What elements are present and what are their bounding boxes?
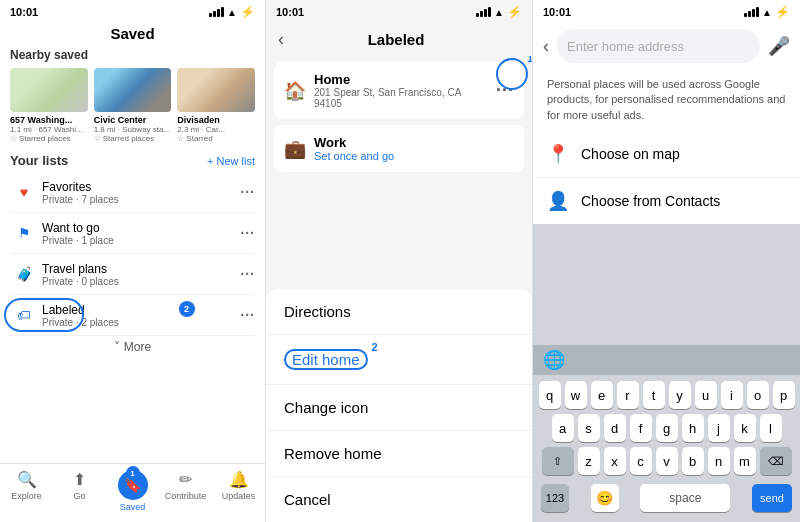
mic-icon[interactable]: 🎤 <box>768 35 790 57</box>
keyboard-rows: q w e r t y u i o p a s d f g h j k <box>533 375 800 522</box>
lists-header: Your lists + New list <box>10 153 255 168</box>
bottom-sheet: Directions Edit home 2 Change icon Remov… <box>266 289 532 522</box>
back-button-3[interactable]: ‹ <box>543 36 549 57</box>
more-lists-button[interactable]: ˅ More <box>10 336 255 358</box>
nav-go[interactable]: ⬆ Go <box>53 470 106 512</box>
list-item-favorites[interactable]: ♥ Favorites Private · 7 places ··· <box>10 172 255 213</box>
nav-saved[interactable]: 1 🔖 Saved <box>106 470 159 512</box>
backspace-key[interactable]: ⌫ <box>760 447 792 475</box>
more-dots-home[interactable]: ··· 1 <box>496 80 514 101</box>
key-u[interactable]: u <box>695 381 717 409</box>
key-m[interactable]: m <box>734 447 756 475</box>
key-p[interactable]: p <box>773 381 795 409</box>
key-r[interactable]: r <box>617 381 639 409</box>
globe-icon[interactable]: 🌐 <box>543 349 565 371</box>
keyboard-row-2: a s d f g h j k l <box>537 414 796 442</box>
keyboard-row-3: ⇧ z x c v b n m ⌫ <box>537 447 796 475</box>
nav-contribute[interactable]: ✏ Contribute <box>159 470 212 512</box>
send-key[interactable]: send <box>752 484 792 512</box>
place-addr-home: 201 Spear St, San Francisco, CA 94105 <box>314 87 488 109</box>
key-c[interactable]: c <box>630 447 652 475</box>
key-s[interactable]: s <box>578 414 600 442</box>
choose-on-map-option[interactable]: 📍 Choose on map <box>533 131 800 178</box>
key-v[interactable]: v <box>656 447 678 475</box>
key-g[interactable]: g <box>656 414 678 442</box>
key-w[interactable]: w <box>565 381 587 409</box>
nearby-name-1: Civic Center <box>94 115 172 125</box>
more-dots-favorites[interactable]: ··· <box>240 184 255 200</box>
star-icon-2: ☆ <box>177 134 184 143</box>
wifi-icon-3: ▲ <box>762 7 772 18</box>
sheet-directions[interactable]: Directions <box>266 289 532 335</box>
sheet-edit-home[interactable]: Edit home 2 <box>266 335 532 385</box>
sheet-cancel[interactable]: Cancel <box>266 477 532 522</box>
sheet-change-icon[interactable]: Change icon <box>266 385 532 431</box>
list-info-favorites: Favorites Private · 7 places <box>42 180 240 205</box>
key-j[interactable]: j <box>708 414 730 442</box>
battery-icon-1: ⚡ <box>240 5 255 19</box>
time-3: 10:01 <box>543 6 571 18</box>
key-d[interactable]: d <box>604 414 626 442</box>
nearby-name-2: Divisaden <box>177 115 255 125</box>
badge-1: 1 <box>126 466 140 480</box>
key-h[interactable]: h <box>682 414 704 442</box>
key-e[interactable]: e <box>591 381 613 409</box>
more-dots-labeled[interactable]: ··· 2 <box>240 307 255 323</box>
status-bar-3: 10:01 ▲ ⚡ <box>533 0 800 21</box>
key-q[interactable]: q <box>539 381 561 409</box>
place-card-work[interactable]: 💼 Work Set once and go <box>274 125 524 172</box>
choose-from-contacts-label: Choose from Contacts <box>581 193 720 209</box>
panel2-header: ‹ Labeled <box>266 21 532 56</box>
key-f[interactable]: f <box>630 414 652 442</box>
key-k[interactable]: k <box>734 414 756 442</box>
nearby-card-2[interactable]: Divisaden 2.3 mi · Car... ☆ Starred <box>177 68 255 143</box>
choose-from-contacts-option[interactable]: 👤 Choose from Contacts <box>533 178 800 224</box>
key-t[interactable]: t <box>643 381 665 409</box>
list-name-favorites: Favorites <box>42 180 240 194</box>
nearby-card-0[interactable]: 657 Washing... 1.1 mi · 657 Washi... ☆ S… <box>10 68 88 143</box>
new-list-button[interactable]: + New list <box>207 155 255 167</box>
key-z[interactable]: z <box>578 447 600 475</box>
more-dots-travel-plans[interactable]: ··· <box>240 266 255 282</box>
key-i[interactable]: i <box>721 381 743 409</box>
search-placeholder: Enter home address <box>567 39 684 54</box>
list-item-labeled[interactable]: 🏷 Labeled Private · 2 places ··· 2 <box>10 295 255 336</box>
shift-key[interactable]: ⇧ <box>542 447 574 475</box>
list-info-want-to-go: Want to go Private · 1 place <box>42 221 240 246</box>
key-a[interactable]: a <box>552 414 574 442</box>
wifi-icon-1: ▲ <box>227 7 237 18</box>
nearby-card-1[interactable]: Civic Center 1.8 mi · Subway sta... ☆ St… <box>94 68 172 143</box>
numbers-key[interactable]: 123 <box>541 484 569 512</box>
flag-icon: ⚑ <box>10 219 38 247</box>
panel2-content: 🏠 Home 201 Spear St, San Francisco, CA 9… <box>266 56 532 522</box>
key-o[interactable]: o <box>747 381 769 409</box>
key-x[interactable]: x <box>604 447 626 475</box>
nav-updates[interactable]: 🔔 Updates <box>212 470 265 512</box>
list-info-travel-plans: Travel plans Private · 0 places <box>42 262 240 287</box>
key-y[interactable]: y <box>669 381 691 409</box>
key-l[interactable]: l <box>760 414 782 442</box>
key-b[interactable]: b <box>682 447 704 475</box>
list-item-want-to-go[interactable]: ⚑ Want to go Private · 1 place ··· <box>10 213 255 254</box>
contribute-icon: ✏ <box>179 470 192 489</box>
badge-num-1: 1 <box>527 56 532 64</box>
updates-icon: 🔔 <box>229 470 249 489</box>
battery-icon-2: ⚡ <box>507 5 522 19</box>
more-dots-want-to-go[interactable]: ··· <box>240 225 255 241</box>
more-circle-highlight <box>496 58 528 90</box>
sheet-remove-home[interactable]: Remove home <box>266 431 532 477</box>
place-action-work[interactable]: Set once and go <box>314 150 514 162</box>
place-info-work: Work Set once and go <box>314 135 514 162</box>
place-card-home[interactable]: 🏠 Home 201 Spear St, San Francisco, CA 9… <box>274 62 524 119</box>
emoji-key[interactable]: 😊 <box>591 484 619 512</box>
panel-enter-address: 10:01 ▲ ⚡ ‹ Enter home address 🎤 Persona… <box>533 0 800 522</box>
nav-explore[interactable]: 🔍 Explore <box>0 470 53 512</box>
space-key[interactable]: space <box>640 484 730 512</box>
nearby-star-0: ☆ Starred places <box>10 134 88 143</box>
key-n[interactable]: n <box>708 447 730 475</box>
list-name-travel-plans: Travel plans <box>42 262 240 276</box>
back-button-2[interactable]: ‹ <box>278 29 284 50</box>
list-item-travel-plans[interactable]: 🧳 Travel plans Private · 0 places ··· <box>10 254 255 295</box>
page-title-labeled: Labeled <box>292 31 520 48</box>
search-bar[interactable]: Enter home address <box>557 29 760 63</box>
